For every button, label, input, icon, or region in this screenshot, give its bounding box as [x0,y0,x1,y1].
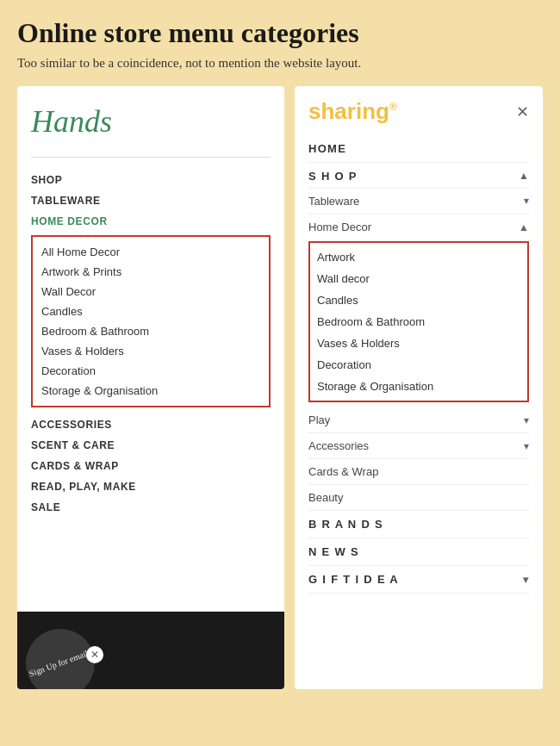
right-play-label: Play [308,413,330,426]
right-homedecor-submenu: Artwork Wall decor Candles Bedroom & Bat… [308,241,529,402]
right-homedecor-chevron: ▲ [519,221,529,233]
right-close-button[interactable]: ✕ [516,103,529,121]
left-promo-banner: Sign Up for email! ✕ [17,612,284,689]
right-brands-label: B R A N D S [308,518,383,531]
right-nav-play[interactable]: Play ▾ [308,407,529,433]
right-sub-decoration[interactable]: Decoration [317,354,520,376]
right-play-chevron: ▾ [524,414,529,426]
right-shop-chevron: ▲ [519,170,529,183]
left-sub-allhomedecor[interactable]: All Home Decor [41,242,260,262]
right-giftidea-chevron: ▾ [523,574,529,586]
left-menu-readplaymake[interactable]: READ, PLAY, MAKE [31,476,271,497]
right-cardswrap-label: Cards & Wrap [308,465,378,478]
right-nav-cardswrap[interactable]: Cards & Wrap [308,459,529,485]
right-news-label: N E W S [308,545,359,558]
promo-close-button[interactable]: ✕ [86,646,103,663]
right-nav-giftidea[interactable]: G I F T I D E A ▾ [308,566,529,594]
left-sub-storage[interactable]: Storage & Organisation [41,381,260,401]
right-nav-brands[interactable]: B R A N D S [308,511,529,538]
left-panel: Hands SHOP TABLEWARE HOME DECOR All Home… [17,86,284,689]
left-sub-vases[interactable]: Vases & Holders [41,341,260,361]
left-sub-bedroom[interactable]: Bedroom & Bathroom [41,321,260,341]
right-nav-home[interactable]: HOME [308,135,529,163]
right-sub-walldecor[interactable]: Wall decor [317,268,520,289]
right-sub-storage[interactable]: Storage & Organisation [317,376,520,397]
left-logo: Hands [31,103,271,140]
right-homedecor-label: Home Decor [308,221,371,233]
promo-text: Sign Up for email! [28,647,93,681]
left-sub-artwork[interactable]: Artwork & Prints [41,262,260,282]
left-menu-cardswrap[interactable]: CARDS & WRAP [31,456,271,476]
left-homedecor-submenu: All Home Decor Artwork & Prints Wall Dec… [31,235,271,407]
right-sub-artwork[interactable]: Artwork [317,246,520,268]
right-giftidea-label: G I F T I D E A [308,573,399,586]
right-logo-text: sharing [308,98,389,124]
right-nav-homedecor[interactable]: Home Decor ▲ [308,214,529,239]
right-tableware-label: Tableware [308,195,359,208]
left-menu-shop[interactable]: SHOP [31,170,271,190]
left-sub-candles[interactable]: Candles [41,302,260,321]
promo-circle: Sign Up for email! [26,629,95,689]
right-nav-accessories[interactable]: Accessories ▾ [308,433,529,459]
right-nav-beauty[interactable]: Beauty [308,485,529,511]
left-menu-homedecor[interactable]: HOME DECOR [31,211,271,232]
right-accessories-chevron: ▾ [524,440,529,452]
left-sub-walldecor[interactable]: Wall Decor [41,282,260,302]
panels-container: Hands SHOP TABLEWARE HOME DECOR All Home… [17,86,543,689]
right-logo: sharing® [308,98,397,125]
left-menu-sale[interactable]: SALE [31,497,271,518]
right-panel: sharing® ✕ HOME S H O P ▲ Tableware ▾ Ho… [295,86,543,689]
right-accessories-label: Accessories [308,439,369,452]
left-sub-decoration[interactable]: Decoration [41,361,260,381]
left-menu-tableware[interactable]: TABLEWARE [31,190,271,211]
right-nav-home-label: HOME [308,142,346,155]
page-subtitle: Too similar to be a coincidence, not to … [17,56,543,71]
right-logo-registered: ® [389,101,397,113]
right-sub-candles[interactable]: Candles [317,289,520,311]
right-tableware-chevron: ▾ [524,195,529,208]
right-nav-tableware[interactable]: Tableware ▾ [308,189,529,214]
right-beauty-label: Beauty [308,491,343,504]
right-nav-news[interactable]: N E W S [308,538,529,566]
right-sub-vases[interactable]: Vases & Holders [317,333,520,354]
right-nav-shop[interactable]: S H O P ▲ [308,163,529,189]
left-menu-scentcare[interactable]: SCENT & CARE [31,435,271,456]
left-menu-accessories[interactable]: ACCESSORIES [31,414,271,435]
right-shop-label: S H O P [308,170,358,183]
right-header: sharing® ✕ [308,98,529,125]
right-sub-bedroom[interactable]: Bedroom & Bathroom [317,311,520,333]
page-title: Online store menu categories [17,17,543,49]
